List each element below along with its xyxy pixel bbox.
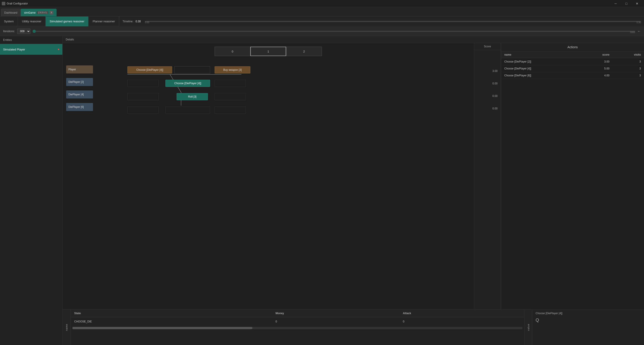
timeline-max: 0.30 <box>636 21 641 24</box>
entity-dieplayer6: DiePlayer [6] <box>66 103 93 111</box>
title-bar-left: Grail Configurator <box>2 2 28 5</box>
entity-player: Player <box>66 65 93 73</box>
h-scrollbar-thumb[interactable] <box>72 327 252 329</box>
timeline-bar: Timeline: 0.30 0.00 0.30 <box>119 16 644 26</box>
tab-simgame[interactable]: simGame [DEBUG] X <box>21 9 56 16</box>
bottom-money-0: 0 <box>272 317 400 326</box>
actions-col-name: name <box>501 51 580 58</box>
nav-simulated-games[interactable]: Simulated games reasoner <box>46 16 88 26</box>
actions-col-score: score <box>580 51 613 58</box>
nav-system[interactable]: System <box>0 16 18 26</box>
app-title: Grail Configurator <box>7 2 28 5</box>
empty-cell-7 <box>166 106 210 114</box>
node-choose-dieplayer4-col1[interactable]: Choose [DiePlayer [4]] <box>166 80 210 87</box>
h-scrollbar-container <box>71 326 524 330</box>
node-buy-weapon[interactable]: Buy weapon [3] <box>214 66 250 73</box>
actions-visits-1: 3 <box>612 65 644 72</box>
close-button[interactable]: ✕ <box>632 0 642 7</box>
tab-bar: Dashboard simGame [DEBUG] X <box>0 7 644 16</box>
title-bar: Grail Configurator ─ □ ✕ <box>0 0 644 7</box>
score-header: Score <box>474 43 501 50</box>
nav-planner-label: Planner reasoner <box>92 20 115 23</box>
bottom-right-title: Choose [DiePlayer [4]] <box>536 312 641 315</box>
bottom-col-state: State <box>71 310 272 317</box>
bottom-row-0: CHOOSE_DIE 0 0 <box>71 317 524 326</box>
col-header-0[interactable]: 0 <box>214 47 250 56</box>
actions-visits-0: 3 <box>612 58 644 65</box>
score-panel: Score 3.00 0.00 0.00 0.00 <box>474 43 501 309</box>
bottom-name-col: name <box>62 310 71 345</box>
actions-header: Actions <box>501 43 644 51</box>
iterations-slider[interactable] <box>33 31 635 32</box>
actions-name-2: Choose [DiePlayer [6]] <box>501 72 580 79</box>
maximize-button[interactable]: □ <box>621 0 632 7</box>
bottom-state-0: CHOOSE_DIE <box>71 317 272 326</box>
minimize-button[interactable]: ─ <box>610 0 621 7</box>
nav-utility-label: Utility reasoner <box>22 20 41 23</box>
score-values: 3.00 0.00 0.00 0.00 <box>474 50 501 113</box>
actions-row-0[interactable]: Choose [DiePlayer [2]] 3.00 3 <box>501 58 644 65</box>
details-header: Details <box>62 36 644 43</box>
bottom-right-area: Choose [DiePlayer [4]] Q <box>532 310 644 345</box>
column-headers: 0 1 2 <box>214 47 322 56</box>
title-bar-controls: ─ □ ✕ <box>610 0 642 7</box>
bottom-value-label: value <box>527 324 530 331</box>
timeline-slider-container: 0.00 0.30 <box>145 19 641 24</box>
sidebar-item-simulated-player[interactable]: Simulated Player <box>0 44 62 55</box>
actions-row-2[interactable]: Choose [DiePlayer [6]] 4.00 3 <box>501 72 644 79</box>
actions-score-2: 4.00 <box>580 72 613 79</box>
col-header-2[interactable]: 2 <box>286 47 322 56</box>
actions-col-visits: visits <box>612 51 644 58</box>
score-value-1: 0.00 <box>474 79 501 87</box>
col-header-1[interactable]: 1 <box>250 47 286 56</box>
iterations-bar: Iterations: 009 5999 ← <box>0 26 644 36</box>
iterations-max: 5999 <box>630 31 635 33</box>
main-layout: Entities Simulated Player Details 0 1 2 <box>0 36 644 345</box>
sidebar-item-label: Simulated Player <box>3 48 25 51</box>
sidebar-header: Entities <box>0 36 62 44</box>
actions-visits-2: 3 <box>612 72 644 79</box>
sidebar: Entities Simulated Player <box>0 36 62 345</box>
game-tree-area: 0 1 2 Player <box>62 43 644 309</box>
nav-system-label: System <box>4 20 14 23</box>
content-area: Details 0 1 2 <box>62 36 644 345</box>
tree-visualization: 0 1 2 Player <box>62 43 474 309</box>
empty-cell-2 <box>128 80 159 87</box>
nav-timeline-row: System Utility reasoner Simulated games … <box>0 16 644 26</box>
bottom-right-q: Q <box>536 318 641 323</box>
iterations-slider-container: 5999 <box>33 29 635 33</box>
node-roll3[interactable]: Roll [3] <box>176 93 208 100</box>
bottom-table-area: State Money Attack CHOOSE_DIE 0 0 <box>71 310 524 345</box>
nav-utility-reasoner[interactable]: Utility reasoner <box>18 16 46 26</box>
actions-panel: Actions name score visits Choose [DiePla… <box>501 43 644 309</box>
nav-simgames-label: Simulated games reasoner <box>50 20 84 23</box>
iterations-select[interactable]: 009 <box>17 28 30 34</box>
tab-dashboard[interactable]: Dashboard <box>1 9 21 16</box>
score-value-3: 0.00 <box>474 104 501 113</box>
empty-cell-6 <box>128 106 159 114</box>
actions-table: name score visits Choose [DiePlayer [2]]… <box>501 51 644 79</box>
node-choose-dieplayer4-col0[interactable]: Choose [DiePlayer [4]] <box>128 66 172 73</box>
actions-name-1: Choose [DiePlayer [4]] <box>501 65 580 72</box>
bottom-value-col: value <box>524 310 532 345</box>
back-arrow-icon[interactable]: ← <box>637 29 641 33</box>
empty-cell-1 <box>174 66 210 73</box>
nav-planner[interactable]: Planner reasoner <box>88 16 119 26</box>
tab-simgame-label: simGame <box>24 11 36 14</box>
nav-bar: System Utility reasoner Simulated games … <box>0 16 119 26</box>
debug-badge: [DEBUG] <box>37 11 48 14</box>
tab-dashboard-label: Dashboard <box>4 11 18 14</box>
app-icon <box>2 2 5 5</box>
timeline-min: 0.00 <box>145 21 149 24</box>
h-scrollbar[interactable] <box>72 327 522 329</box>
empty-cell-3 <box>214 80 246 87</box>
empty-cell-4 <box>128 93 159 100</box>
iterations-label: Iterations: <box>3 30 15 33</box>
tab-close-button[interactable]: X <box>50 11 53 14</box>
entity-dieplayer2: DiePlayer [2] <box>66 78 93 86</box>
actions-row-1[interactable]: Choose [DiePlayer [4]] 5.00 3 <box>501 65 644 72</box>
timeline-slider[interactable] <box>145 21 641 22</box>
score-value-0: 3.00 <box>474 67 501 75</box>
iterations-thumb <box>33 30 36 33</box>
score-value-2: 0.00 <box>474 92 501 100</box>
